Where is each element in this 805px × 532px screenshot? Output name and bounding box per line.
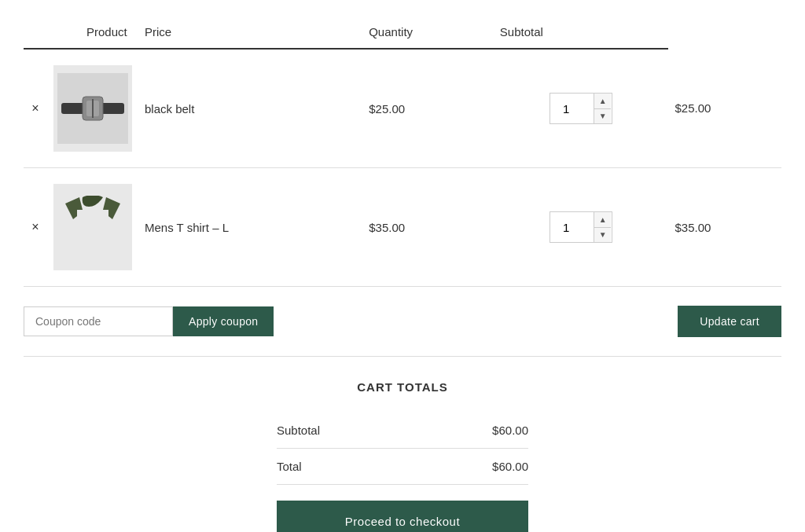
cart-actions: Apply coupon Update cart — [24, 287, 781, 357]
subtotal-row: Subtotal $60.00 — [277, 413, 528, 449]
coupon-section: Apply coupon — [24, 306, 274, 336]
update-cart-button[interactable]: Update cart — [678, 306, 781, 337]
coupon-input[interactable] — [24, 306, 173, 336]
belt-subtotal: $25.00 — [668, 49, 781, 168]
tshirt-product-name: Mens T shirt – L — [138, 168, 362, 287]
tshirt-product-price: $35.00 — [362, 168, 494, 287]
apply-coupon-button[interactable]: Apply coupon — [173, 306, 274, 336]
proceed-to-checkout-button[interactable]: Proceed to checkout — [277, 501, 528, 532]
tshirt-quantity-cell: ▲ ▼ — [494, 168, 669, 287]
col-header-price: Price — [138, 16, 362, 49]
cart-totals-section: CART TOTALS Subtotal $60.00 Total $60.00… — [24, 357, 781, 532]
tshirt-qty-down-button[interactable]: ▼ — [594, 228, 611, 243]
table-row: × Mens T shirt – L $35.00 — [24, 168, 781, 287]
belt-product-name: black belt — [138, 49, 362, 168]
belt-product-image — [47, 49, 138, 168]
tshirt-quantity-input[interactable] — [550, 212, 594, 242]
tshirt-product-image — [47, 168, 138, 287]
tshirt-qty-up-button[interactable]: ▲ — [594, 212, 611, 228]
col-header-product: Product — [24, 16, 138, 49]
tshirt-quantity-spinners: ▲ ▼ — [594, 212, 611, 242]
total-row: Total $60.00 — [277, 449, 528, 485]
col-header-quantity: Quantity — [362, 16, 494, 49]
belt-quantity-spinners: ▲ ▼ — [594, 94, 611, 123]
subtotal-value: $60.00 — [492, 424, 528, 437]
col-header-subtotal: Subtotal — [494, 16, 669, 49]
cart-container: Product Price Quantity Subtotal × — [0, 0, 805, 532]
remove-belt-button[interactable]: × — [24, 49, 47, 168]
belt-product-price: $25.00 — [362, 49, 494, 168]
tshirt-subtotal: $35.00 — [668, 168, 781, 287]
cart-totals-title: CART TOTALS — [277, 380, 528, 394]
belt-quantity-input[interactable] — [550, 94, 594, 123]
remove-tshirt-button[interactable]: × — [24, 168, 47, 287]
total-value: $60.00 — [492, 460, 528, 473]
belt-quantity-input-wrap: ▲ ▼ — [550, 93, 612, 124]
table-row: × blac — [24, 49, 781, 168]
cart-totals: CART TOTALS Subtotal $60.00 Total $60.00… — [277, 380, 528, 532]
belt-quantity-cell: ▲ ▼ — [494, 49, 669, 168]
belt-qty-down-button[interactable]: ▼ — [594, 109, 611, 124]
tshirt-quantity-input-wrap: ▲ ▼ — [550, 211, 612, 243]
total-label: Total — [277, 460, 302, 473]
cart-table: Product Price Quantity Subtotal × — [24, 16, 781, 287]
subtotal-label: Subtotal — [277, 424, 320, 437]
belt-qty-up-button[interactable]: ▲ — [594, 94, 611, 109]
